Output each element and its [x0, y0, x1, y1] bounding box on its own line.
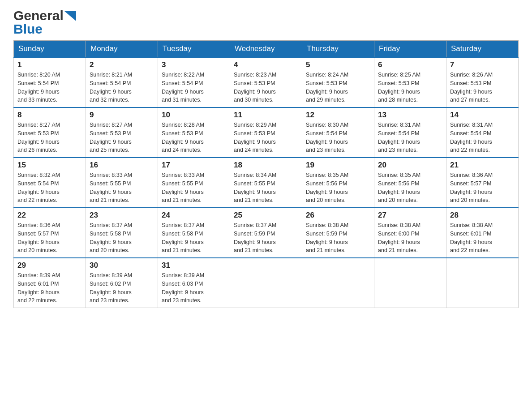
day-number: 24: [162, 211, 226, 220]
day-info: Sunrise: 8:37 AM Sunset: 5:59 PM Dayligh…: [234, 221, 298, 255]
day-info: Sunrise: 8:26 AM Sunset: 5:53 PM Dayligh…: [450, 71, 515, 104]
calendar-cell: 19 Sunrise: 8:35 AM Sunset: 5:56 PM Dayl…: [302, 158, 374, 208]
day-info: Sunrise: 8:28 AM Sunset: 5:53 PM Dayligh…: [162, 121, 226, 154]
calendar-cell: 27 Sunrise: 8:38 AM Sunset: 6:00 PM Dayl…: [374, 208, 446, 258]
day-info: Sunrise: 8:23 AM Sunset: 5:53 PM Dayligh…: [234, 71, 298, 104]
calendar-cell: [230, 258, 302, 308]
calendar-cell: 20 Sunrise: 8:35 AM Sunset: 5:56 PM Dayl…: [374, 158, 446, 208]
logo-arrow-icon: [64, 11, 76, 21]
day-info: Sunrise: 8:24 AM Sunset: 5:53 PM Dayligh…: [306, 71, 370, 104]
logo: General Blue: [13, 9, 76, 36]
day-number: 13: [378, 111, 442, 120]
day-info: Sunrise: 8:34 AM Sunset: 5:55 PM Dayligh…: [234, 171, 298, 205]
day-header-saturday: Saturday: [446, 41, 519, 58]
day-number: 5: [306, 60, 370, 69]
calendar-week-row: 8 Sunrise: 8:27 AM Sunset: 5:53 PM Dayli…: [14, 107, 519, 158]
calendar-cell: 31 Sunrise: 8:39 AM Sunset: 6:03 PM Dayl…: [158, 258, 230, 308]
day-number: 19: [306, 161, 370, 170]
calendar-cell: 1 Sunrise: 8:20 AM Sunset: 5:54 PM Dayli…: [14, 57, 86, 107]
day-number: 21: [450, 161, 515, 170]
day-number: 28: [450, 211, 515, 220]
day-info: Sunrise: 8:36 AM Sunset: 5:57 PM Dayligh…: [17, 221, 82, 255]
calendar-cell: 2 Sunrise: 8:21 AM Sunset: 5:54 PM Dayli…: [86, 57, 158, 107]
calendar-cell: 29 Sunrise: 8:39 AM Sunset: 6:01 PM Dayl…: [14, 258, 86, 308]
calendar-cell: [374, 258, 446, 308]
day-info: Sunrise: 8:27 AM Sunset: 5:53 PM Dayligh…: [90, 121, 154, 154]
day-number: 25: [234, 211, 298, 220]
calendar-cell: 12 Sunrise: 8:30 AM Sunset: 5:54 PM Dayl…: [302, 107, 374, 158]
calendar-cell: 24 Sunrise: 8:37 AM Sunset: 5:58 PM Dayl…: [158, 208, 230, 258]
day-info: Sunrise: 8:33 AM Sunset: 5:55 PM Dayligh…: [90, 171, 154, 205]
calendar-cell: 28 Sunrise: 8:38 AM Sunset: 6:01 PM Dayl…: [446, 208, 519, 258]
day-number: 3: [162, 60, 226, 69]
calendar-cell: 5 Sunrise: 8:24 AM Sunset: 5:53 PM Dayli…: [302, 57, 374, 107]
calendar-cell: 4 Sunrise: 8:23 AM Sunset: 5:53 PM Dayli…: [230, 57, 302, 107]
day-number: 30: [90, 261, 154, 270]
svg-marker-0: [64, 11, 76, 21]
calendar-cell: 13 Sunrise: 8:31 AM Sunset: 5:54 PM Dayl…: [374, 107, 446, 158]
calendar-cell: 16 Sunrise: 8:33 AM Sunset: 5:55 PM Dayl…: [86, 158, 158, 208]
day-number: 17: [162, 161, 226, 170]
calendar-cell: 9 Sunrise: 8:27 AM Sunset: 5:53 PM Dayli…: [86, 107, 158, 158]
day-number: 31: [162, 261, 226, 270]
day-number: 15: [17, 161, 82, 170]
day-number: 18: [234, 161, 298, 170]
day-info: Sunrise: 8:22 AM Sunset: 5:54 PM Dayligh…: [162, 71, 226, 104]
day-number: 10: [162, 111, 226, 120]
calendar-cell: 18 Sunrise: 8:34 AM Sunset: 5:55 PM Dayl…: [230, 158, 302, 208]
calendar-cell: 26 Sunrise: 8:38 AM Sunset: 5:59 PM Dayl…: [302, 208, 374, 258]
day-info: Sunrise: 8:20 AM Sunset: 5:54 PM Dayligh…: [17, 71, 82, 104]
page-header: General Blue: [13, 9, 519, 36]
calendar-cell: 17 Sunrise: 8:33 AM Sunset: 5:55 PM Dayl…: [158, 158, 230, 208]
calendar-cell: 22 Sunrise: 8:36 AM Sunset: 5:57 PM Dayl…: [14, 208, 86, 258]
day-header-sunday: Sunday: [14, 41, 86, 58]
day-info: Sunrise: 8:37 AM Sunset: 5:58 PM Dayligh…: [162, 221, 226, 255]
calendar-week-row: 15 Sunrise: 8:32 AM Sunset: 5:54 PM Dayl…: [14, 158, 519, 208]
day-number: 12: [306, 111, 370, 120]
day-number: 11: [234, 111, 298, 120]
calendar-table: SundayMondayTuesdayWednesdayThursdayFrid…: [13, 40, 519, 308]
calendar-week-row: 22 Sunrise: 8:36 AM Sunset: 5:57 PM Dayl…: [14, 208, 519, 258]
day-info: Sunrise: 8:27 AM Sunset: 5:53 PM Dayligh…: [17, 121, 82, 154]
day-header-wednesday: Wednesday: [230, 41, 302, 58]
day-info: Sunrise: 8:38 AM Sunset: 6:00 PM Dayligh…: [378, 221, 442, 255]
day-number: 16: [90, 161, 154, 170]
calendar-cell: 6 Sunrise: 8:25 AM Sunset: 5:53 PM Dayli…: [374, 57, 446, 107]
day-number: 20: [378, 161, 442, 170]
calendar-cell: 10 Sunrise: 8:28 AM Sunset: 5:53 PM Dayl…: [158, 107, 230, 158]
day-header-friday: Friday: [374, 41, 446, 58]
day-number: 1: [17, 60, 82, 69]
day-header-tuesday: Tuesday: [158, 41, 230, 58]
day-number: 29: [17, 261, 82, 270]
day-number: 14: [450, 111, 515, 120]
day-number: 6: [378, 60, 442, 69]
calendar-cell: 30 Sunrise: 8:39 AM Sunset: 6:02 PM Dayl…: [86, 258, 158, 308]
day-info: Sunrise: 8:30 AM Sunset: 5:54 PM Dayligh…: [306, 121, 370, 154]
day-info: Sunrise: 8:21 AM Sunset: 5:54 PM Dayligh…: [90, 71, 154, 104]
day-number: 2: [90, 60, 154, 69]
calendar-cell: [302, 258, 374, 308]
calendar-cell: 7 Sunrise: 8:26 AM Sunset: 5:53 PM Dayli…: [446, 57, 519, 107]
day-number: 22: [17, 211, 82, 220]
calendar-cell: 11 Sunrise: 8:29 AM Sunset: 5:53 PM Dayl…: [230, 107, 302, 158]
day-info: Sunrise: 8:25 AM Sunset: 5:53 PM Dayligh…: [378, 71, 442, 104]
day-number: 7: [450, 60, 515, 69]
day-info: Sunrise: 8:39 AM Sunset: 6:02 PM Dayligh…: [90, 271, 154, 305]
calendar-cell: 14 Sunrise: 8:31 AM Sunset: 5:54 PM Dayl…: [446, 107, 519, 158]
calendar-cell: 8 Sunrise: 8:27 AM Sunset: 5:53 PM Dayli…: [14, 107, 86, 158]
calendar-cell: [446, 258, 519, 308]
day-info: Sunrise: 8:37 AM Sunset: 5:58 PM Dayligh…: [90, 221, 154, 255]
day-info: Sunrise: 8:38 AM Sunset: 5:59 PM Dayligh…: [306, 221, 370, 255]
day-number: 8: [17, 111, 82, 120]
day-info: Sunrise: 8:33 AM Sunset: 5:55 PM Dayligh…: [162, 171, 226, 205]
day-info: Sunrise: 8:31 AM Sunset: 5:54 PM Dayligh…: [378, 121, 442, 154]
calendar-cell: 21 Sunrise: 8:36 AM Sunset: 5:57 PM Dayl…: [446, 158, 519, 208]
calendar-cell: 3 Sunrise: 8:22 AM Sunset: 5:54 PM Dayli…: [158, 57, 230, 107]
calendar-header-row: SundayMondayTuesdayWednesdayThursdayFrid…: [14, 41, 519, 58]
day-header-thursday: Thursday: [302, 41, 374, 58]
day-info: Sunrise: 8:35 AM Sunset: 5:56 PM Dayligh…: [378, 171, 442, 205]
day-info: Sunrise: 8:29 AM Sunset: 5:53 PM Dayligh…: [234, 121, 298, 154]
day-number: 9: [90, 111, 154, 120]
calendar-cell: 23 Sunrise: 8:37 AM Sunset: 5:58 PM Dayl…: [86, 208, 158, 258]
day-info: Sunrise: 8:31 AM Sunset: 5:54 PM Dayligh…: [450, 121, 515, 154]
